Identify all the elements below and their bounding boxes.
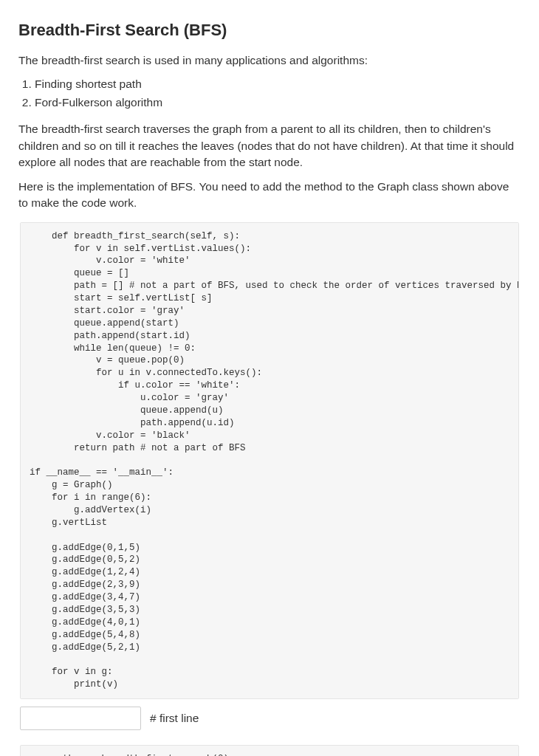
intro-paragraph: The breadth-first search is used in many… [18, 52, 521, 69]
description-paragraph-2: Here is the implementation of BFS. You n… [18, 179, 521, 212]
code-block-bfs: def breadth_first_search(self, s): for v… [20, 222, 519, 699]
answer-input-1[interactable] [20, 707, 141, 730]
description-paragraph-1: The breadth-first search traverses the g… [18, 121, 521, 171]
page-title: Breadth-First Search (BFS) [18, 18, 521, 42]
list-item: Finding shortest path [35, 76, 521, 92]
code-block-call: path = g.breadth_first_search(0) print('… [20, 745, 519, 756]
applications-list: Finding shortest path Ford-Fulkerson alg… [18, 76, 521, 111]
answer-row-1: # first line [20, 707, 519, 730]
list-item: Ford-Fulkerson algorithm [35, 94, 521, 111]
answer-label-1: # first line [150, 710, 199, 726]
